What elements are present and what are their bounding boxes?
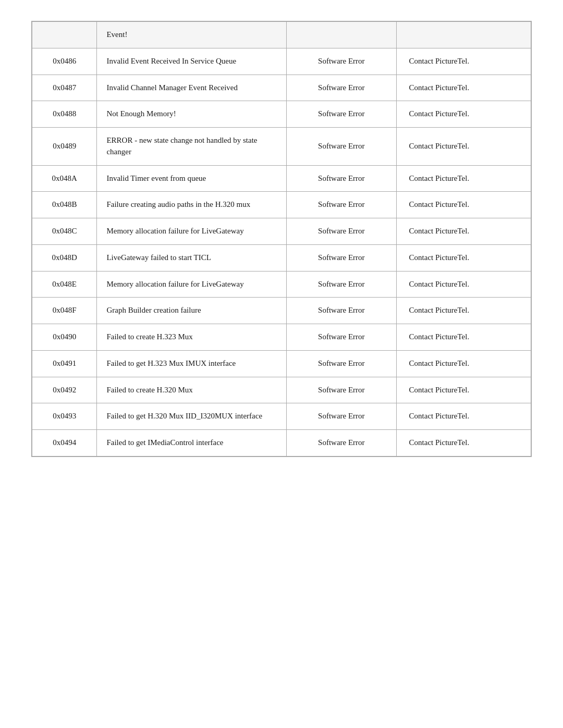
cell-code: 0x0490 (32, 324, 97, 351)
cell-type: Software Error (287, 101, 397, 128)
cell-type: Software Error (287, 192, 397, 218)
cell-description: Failed to create H.320 Mux (97, 377, 287, 403)
cell-type: Software Error (287, 48, 397, 75)
cell-action: Contact PictureTel. (396, 350, 531, 377)
cell-description: Not Enough Memory! (97, 101, 287, 128)
cell-description: Failed to get H.323 Mux IMUX interface (97, 350, 287, 377)
cell-code: 0x0489 (32, 128, 97, 166)
cell-description: Failed to get H.320 Mux IID_I320MUX inte… (97, 403, 287, 430)
cell-code: 0x0494 (32, 430, 97, 456)
table-row: 0x048BFailure creating audio paths in th… (32, 192, 531, 218)
cell-code: 0x0492 (32, 377, 97, 403)
cell-code: 0x0486 (32, 48, 97, 75)
cell-code: 0x0491 (32, 350, 97, 377)
cell-type: Software Error (287, 75, 397, 101)
cell-type: Software Error (287, 430, 397, 456)
cell-action: Contact PictureTel. (396, 165, 531, 192)
header-event: Event! (97, 22, 287, 48)
cell-action: Contact PictureTel. (396, 75, 531, 101)
cell-action: Contact PictureTel. (396, 192, 531, 218)
cell-action: Contact PictureTel. (396, 298, 531, 324)
cell-type: Software Error (287, 377, 397, 403)
table-row: 0x0490Failed to create H.323 MuxSoftware… (32, 324, 531, 351)
table-header-row: Event! (32, 22, 531, 48)
cell-action: Contact PictureTel. (396, 324, 531, 351)
cell-description: LiveGateway failed to start TICL (97, 244, 287, 271)
cell-type: Software Error (287, 324, 397, 351)
cell-type: Software Error (287, 244, 397, 271)
table-row: 0x0493Failed to get H.320 Mux IID_I320MU… (32, 403, 531, 430)
header-action (396, 22, 531, 48)
cell-code: 0x048C (32, 218, 97, 245)
table-row: 0x0488Not Enough Memory!Software ErrorCo… (32, 101, 531, 128)
cell-description: Memory allocation failure for LiveGatewa… (97, 271, 287, 298)
table-row: 0x0494Failed to get IMediaControl interf… (32, 430, 531, 456)
cell-action: Contact PictureTel. (396, 271, 531, 298)
cell-type: Software Error (287, 350, 397, 377)
cell-code: 0x0487 (32, 75, 97, 101)
cell-description: Invalid Channel Manager Event Received (97, 75, 287, 101)
cell-description: Failure creating audio paths in the H.32… (97, 192, 287, 218)
cell-description: ERROR - new state change not handled by … (97, 128, 287, 166)
cell-code: 0x048A (32, 165, 97, 192)
cell-action: Contact PictureTel. (396, 377, 531, 403)
error-table: Event! 0x0486Invalid Event Received In S… (31, 21, 532, 457)
cell-action: Contact PictureTel. (396, 218, 531, 245)
table-row: 0x048EMemory allocation failure for Live… (32, 271, 531, 298)
header-type (287, 22, 397, 48)
cell-description: Invalid Timer event from queue (97, 165, 287, 192)
table-row: 0x0492Failed to create H.320 MuxSoftware… (32, 377, 531, 403)
cell-description: Failed to create H.323 Mux (97, 324, 287, 351)
cell-code: 0x0493 (32, 403, 97, 430)
cell-action: Contact PictureTel. (396, 48, 531, 75)
cell-type: Software Error (287, 128, 397, 166)
cell-type: Software Error (287, 298, 397, 324)
cell-code: 0x048F (32, 298, 97, 324)
table-row: 0x048CMemory allocation failure for Live… (32, 218, 531, 245)
cell-type: Software Error (287, 165, 397, 192)
cell-code: 0x048B (32, 192, 97, 218)
table-row: 0x048DLiveGateway failed to start TICLSo… (32, 244, 531, 271)
header-code (32, 22, 97, 48)
table-row: 0x048AInvalid Timer event from queueSoft… (32, 165, 531, 192)
cell-type: Software Error (287, 218, 397, 245)
cell-action: Contact PictureTel. (396, 101, 531, 128)
cell-description: Graph Builder creation failure (97, 298, 287, 324)
table-row: 0x0489ERROR - new state change not handl… (32, 128, 531, 166)
cell-description: Failed to get IMediaControl interface (97, 430, 287, 456)
cell-code: 0x048E (32, 271, 97, 298)
table-row: 0x0487Invalid Channel Manager Event Rece… (32, 75, 531, 101)
cell-type: Software Error (287, 271, 397, 298)
cell-code: 0x048D (32, 244, 97, 271)
cell-action: Contact PictureTel. (396, 430, 531, 456)
cell-code: 0x0488 (32, 101, 97, 128)
cell-description: Memory allocation failure for LiveGatewa… (97, 218, 287, 245)
cell-action: Contact PictureTel. (396, 244, 531, 271)
table-row: 0x0486Invalid Event Received In Service … (32, 48, 531, 75)
cell-action: Contact PictureTel. (396, 128, 531, 166)
table-row: 0x0491Failed to get H.323 Mux IMUX inter… (32, 350, 531, 377)
cell-action: Contact PictureTel. (396, 403, 531, 430)
table-row: 0x048FGraph Builder creation failureSoft… (32, 298, 531, 324)
cell-type: Software Error (287, 403, 397, 430)
cell-description: Invalid Event Received In Service Queue (97, 48, 287, 75)
